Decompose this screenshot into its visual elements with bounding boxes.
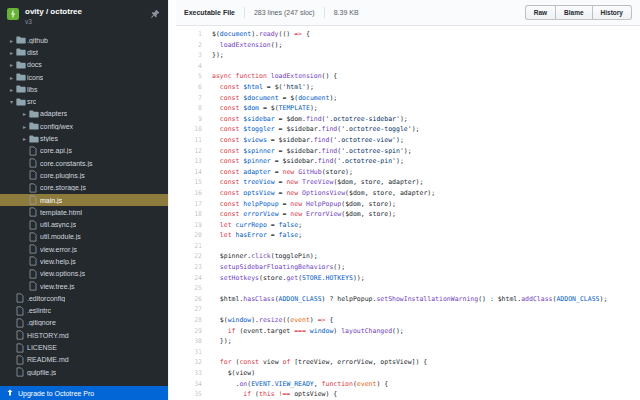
file-icon bbox=[16, 318, 27, 328]
tree-item-license[interactable]: LICENSE bbox=[0, 341, 168, 353]
tree-item-editorconfig[interactable]: .editorconfig bbox=[0, 292, 168, 304]
line-number[interactable]: 31 bbox=[176, 347, 212, 358]
line-number[interactable]: 15 bbox=[176, 177, 212, 188]
tree-item-core-constants-js[interactable]: core.constants.js bbox=[0, 157, 168, 169]
code-line: 30 }); bbox=[176, 336, 640, 347]
chevron-right-icon[interactable]: ▸ bbox=[7, 74, 16, 81]
repo-title[interactable]: ovity / octotree bbox=[25, 7, 150, 16]
tree-item-gitignore[interactable]: .gitignore bbox=[0, 317, 168, 329]
tree-item-view-help-js[interactable]: view.help.js bbox=[0, 255, 168, 267]
line-number[interactable]: 19 bbox=[176, 220, 212, 231]
tree-item-label: core.plugins.js bbox=[40, 172, 85, 179]
line-number[interactable]: 22 bbox=[176, 251, 212, 262]
chevron-right-icon[interactable]: ▸ bbox=[7, 61, 16, 68]
line-content: $pinner.click(togglePin); bbox=[212, 251, 640, 262]
tree-item-icons[interactable]: ▸icons bbox=[0, 71, 168, 83]
upgrade-to-pro-banner[interactable]: Upgrade to Octotree Pro bbox=[0, 386, 168, 400]
line-number[interactable]: 10 bbox=[176, 124, 212, 135]
chevron-down-icon[interactable]: ▾ bbox=[7, 98, 16, 105]
raw-button[interactable]: Raw bbox=[525, 5, 556, 20]
chevron-right-icon[interactable]: ▸ bbox=[7, 49, 16, 56]
line-number[interactable]: 21 bbox=[176, 241, 212, 252]
file-icon bbox=[29, 158, 40, 168]
line-number[interactable]: 32 bbox=[176, 357, 212, 368]
code-line: 21 bbox=[176, 241, 640, 252]
line-number[interactable]: 29 bbox=[176, 326, 212, 337]
chevron-right-icon[interactable]: ▸ bbox=[7, 37, 16, 44]
tree-item-src[interactable]: ▾src bbox=[0, 95, 168, 107]
line-number[interactable]: 12 bbox=[176, 146, 212, 157]
line-number[interactable]: 28 bbox=[176, 315, 212, 326]
line-number[interactable]: 34 bbox=[176, 379, 212, 390]
code-line: 17 const helpPopup = new HelpPopup($dom,… bbox=[176, 199, 640, 210]
line-number[interactable]: 18 bbox=[176, 209, 212, 220]
file-icon bbox=[29, 170, 40, 180]
code-line: 22 $pinner.click(togglePin); bbox=[176, 251, 640, 262]
line-number[interactable]: 5 bbox=[176, 71, 212, 82]
sidebar-resize-gutter[interactable] bbox=[168, 0, 176, 400]
line-number[interactable]: 11 bbox=[176, 135, 212, 146]
tree-item-label: view.options.js bbox=[40, 270, 85, 277]
tree-item-label: core.api.js bbox=[40, 147, 72, 154]
line-number[interactable]: 14 bbox=[176, 167, 212, 178]
tree-item-eslintrc[interactable]: .eslintrc bbox=[0, 305, 168, 317]
line-number[interactable]: 13 bbox=[176, 156, 212, 167]
tree-item-libs[interactable]: ▸libs bbox=[0, 83, 168, 95]
chevron-right-icon[interactable]: ▸ bbox=[20, 135, 29, 142]
line-content bbox=[212, 241, 640, 252]
tree-item-readme-md[interactable]: README.md bbox=[0, 354, 168, 366]
line-content: const optsView = new OptionsView($dom, s… bbox=[212, 188, 640, 199]
line-content: const treeView = new TreeView($dom, stor… bbox=[212, 177, 640, 188]
folder-icon bbox=[16, 36, 27, 44]
tree-item-config-wex[interactable]: ▸config/wex bbox=[0, 120, 168, 132]
chevron-right-icon[interactable]: ▸ bbox=[20, 110, 29, 117]
tree-item-styles[interactable]: ▸styles bbox=[0, 132, 168, 144]
tree-item-template-html[interactable]: template.html bbox=[0, 206, 168, 218]
arrow-up-icon bbox=[6, 389, 14, 397]
tree-item-docs[interactable]: ▸docs bbox=[0, 59, 168, 71]
line-number[interactable]: 20 bbox=[176, 230, 212, 241]
line-number[interactable]: 9 bbox=[176, 114, 212, 125]
line-number[interactable]: 27 bbox=[176, 304, 212, 315]
pin-icon[interactable] bbox=[150, 9, 160, 19]
tree-item-util-async-js[interactable]: util.async.js bbox=[0, 218, 168, 230]
line-number[interactable]: 4 bbox=[176, 61, 212, 72]
tree-item-history-md[interactable]: HISTORY.md bbox=[0, 329, 168, 341]
line-number[interactable]: 25 bbox=[176, 283, 212, 294]
line-number[interactable]: 33 bbox=[176, 368, 212, 379]
chevron-right-icon[interactable]: ▸ bbox=[7, 86, 16, 93]
tree-item-gulpfile-js[interactable]: gulpfile.js bbox=[0, 366, 168, 378]
code-line: 15 const treeView = new TreeView($dom, s… bbox=[176, 177, 640, 188]
tree-item-dist[interactable]: ▸dist bbox=[0, 46, 168, 58]
line-number[interactable]: 8 bbox=[176, 103, 212, 114]
line-number[interactable]: 23 bbox=[176, 262, 212, 273]
tree-item-view-error-js[interactable]: view.error.js bbox=[0, 243, 168, 255]
tree-item-adapters[interactable]: ▸adapters bbox=[0, 108, 168, 120]
line-number[interactable]: 26 bbox=[176, 294, 212, 305]
line-number[interactable]: 16 bbox=[176, 188, 212, 199]
line-number[interactable]: 30 bbox=[176, 336, 212, 347]
history-button[interactable]: History bbox=[592, 5, 632, 20]
tree-item-core-plugins-js[interactable]: core.plugins.js bbox=[0, 169, 168, 181]
line-number[interactable]: 17 bbox=[176, 199, 212, 210]
line-number[interactable]: 7 bbox=[176, 93, 212, 104]
line-number[interactable]: 2 bbox=[176, 40, 212, 51]
line-number[interactable]: 1 bbox=[176, 29, 212, 40]
chevron-right-icon[interactable]: ▸ bbox=[20, 123, 29, 130]
tree-item-view-options-js[interactable]: view.options.js bbox=[0, 268, 168, 280]
tree-item-view-tree-js[interactable]: view.tree.js bbox=[0, 280, 168, 292]
tree-item-util-module-js[interactable]: util.module.js bbox=[0, 231, 168, 243]
tree-item-core-storage-js[interactable]: core.storage.js bbox=[0, 182, 168, 194]
line-number[interactable]: 3 bbox=[176, 50, 212, 61]
tree-item-main-js[interactable]: main.js bbox=[0, 194, 168, 206]
tree-item-core-api-js[interactable]: core.api.js bbox=[0, 145, 168, 157]
tree-item-label: styles bbox=[40, 135, 58, 142]
blame-button[interactable]: Blame bbox=[555, 5, 593, 20]
line-content: let currRepo = false; bbox=[212, 220, 640, 231]
octotree-logo-icon[interactable] bbox=[7, 8, 19, 20]
line-number[interactable]: 35 bbox=[176, 389, 212, 400]
tree-item-github[interactable]: ▸.github bbox=[0, 34, 168, 46]
line-number[interactable]: 24 bbox=[176, 273, 212, 284]
folder-icon bbox=[29, 122, 40, 130]
line-number[interactable]: 6 bbox=[176, 82, 212, 93]
